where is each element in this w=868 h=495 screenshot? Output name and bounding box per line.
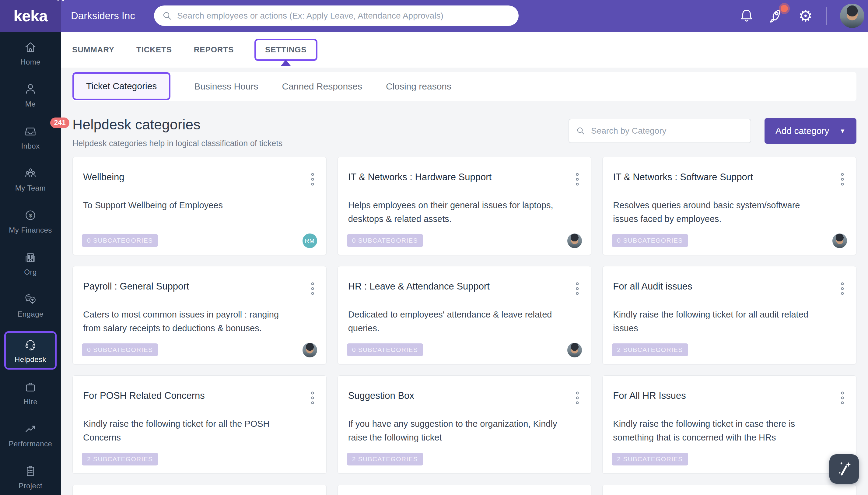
category-card-partial bbox=[72, 485, 327, 495]
kebab-menu-button[interactable] bbox=[309, 280, 316, 297]
notifications-bell-button[interactable] bbox=[739, 8, 754, 24]
sidebar-item-my-finances[interactable]: $ My Finances bbox=[9, 208, 52, 234]
clipboard-icon bbox=[23, 464, 37, 478]
category-description: To Support Wellbeing of Employees bbox=[83, 199, 293, 212]
kebab-menu-button[interactable] bbox=[309, 390, 316, 406]
sidebar-item-org[interactable]: Org bbox=[23, 250, 37, 276]
kebab-icon bbox=[310, 281, 315, 295]
sidebar-item-label: Me bbox=[25, 100, 36, 108]
sidebar-item-label: Inbox bbox=[21, 142, 39, 150]
sidebar-item-label: My Finances bbox=[9, 226, 52, 234]
sidebar-item-hire[interactable]: Hire bbox=[23, 380, 37, 406]
category-grid: Wellbeing To Support Wellbeing of Employ… bbox=[72, 157, 856, 495]
subtab-business-hours[interactable]: Business Hours bbox=[194, 81, 258, 92]
subcategories-chip: 2 SUBCATEGORIES bbox=[612, 453, 688, 465]
category-owner-avatar bbox=[302, 343, 317, 357]
category-search-input[interactable] bbox=[591, 126, 744, 136]
tab-summary[interactable]: SUMMARY bbox=[71, 42, 116, 57]
category-description: Caters to most common issues in payroll … bbox=[83, 308, 293, 335]
category-card-it-hardware[interactable]: IT & Networks : Hardware Support Helps e… bbox=[337, 157, 592, 255]
sidebar-item-label: Helpdesk bbox=[15, 355, 46, 364]
kebab-menu-button[interactable] bbox=[574, 390, 581, 406]
subcategories-chip: 0 SUBCATEGORIES bbox=[82, 234, 158, 247]
sidebar-item-inbox[interactable]: 241 Inbox bbox=[21, 124, 39, 150]
sidebar-item-helpdesk[interactable]: Helpdesk bbox=[4, 331, 57, 370]
gear-icon: ⚙ bbox=[798, 8, 813, 24]
subtab-closing-reasons[interactable]: Closing reasons bbox=[386, 81, 451, 92]
sidebar-item-project[interactable]: Project bbox=[19, 464, 42, 490]
kebab-icon bbox=[840, 172, 845, 186]
kebab-menu-button[interactable] bbox=[839, 280, 846, 297]
category-card-wellbeing[interactable]: Wellbeing To Support Wellbeing of Employ… bbox=[72, 157, 327, 255]
global-search[interactable] bbox=[154, 5, 519, 26]
subcategories-chip: 0 SUBCATEGORIES bbox=[82, 343, 158, 356]
bell-icon bbox=[739, 8, 754, 24]
page-heading-block: Helpdesk categories Helpdesk categories … bbox=[72, 116, 282, 148]
sidebar-item-label: My Team bbox=[15, 184, 46, 192]
briefcase-icon bbox=[23, 380, 37, 394]
category-title: Wellbeing bbox=[83, 172, 124, 183]
subtab-canned-responses[interactable]: Canned Responses bbox=[282, 81, 362, 92]
page-title: Helpdesk categories bbox=[72, 116, 282, 133]
category-card-audit[interactable]: For all Audit issues Kindly raise the fo… bbox=[602, 266, 856, 364]
keka-logo[interactable]: keka bbox=[0, 0, 61, 32]
sidebar-item-me[interactable]: Me bbox=[23, 82, 37, 108]
category-card-suggestion-box[interactable]: Suggestion Box If you have any suggestio… bbox=[337, 375, 592, 474]
rocket-notification-dot bbox=[781, 5, 788, 12]
subcategories-chip: 0 SUBCATEGORIES bbox=[347, 343, 423, 356]
sidebar-item-my-team[interactable]: My Team bbox=[15, 166, 46, 192]
search-icon bbox=[162, 11, 172, 21]
category-description: Helps employees on their general issues … bbox=[348, 199, 558, 226]
category-title: For all Audit issues bbox=[613, 281, 692, 292]
category-description: Kindly raise the following ticket in cas… bbox=[613, 417, 822, 444]
kebab-menu-button[interactable] bbox=[839, 390, 846, 406]
tab-reports[interactable]: REPORTS bbox=[193, 42, 235, 57]
magic-wand-icon bbox=[834, 459, 854, 479]
tab-tickets[interactable]: TICKETS bbox=[135, 42, 173, 57]
whats-new-rocket-button[interactable] bbox=[768, 7, 785, 24]
team-icon bbox=[23, 166, 37, 180]
company-name: Darksiders Inc bbox=[71, 0, 135, 32]
kebab-menu-button[interactable] bbox=[574, 280, 581, 297]
kebab-menu-button[interactable] bbox=[839, 171, 846, 188]
subtab-ticket-categories[interactable]: Ticket Categories bbox=[72, 72, 170, 100]
kebab-menu-button[interactable] bbox=[574, 171, 581, 188]
module-tab-bar: SUMMARY TICKETS REPORTS SETTINGS bbox=[61, 32, 868, 68]
category-title: Suggestion Box bbox=[348, 390, 414, 401]
category-card-it-software[interactable]: IT & Networks : Software Support Resolve… bbox=[602, 157, 856, 255]
svg-text:$: $ bbox=[29, 212, 32, 219]
tab-settings-annotation: SETTINGS bbox=[255, 39, 317, 61]
category-title: IT & Networks : Hardware Support bbox=[348, 172, 492, 183]
page-subtitle: Helpdesk categories help in logical clas… bbox=[72, 139, 282, 148]
magic-wand-fab[interactable] bbox=[829, 454, 859, 484]
category-description: If you have any suggestion to the organi… bbox=[348, 417, 558, 444]
kebab-icon bbox=[575, 281, 579, 295]
subcategories-chip: 0 SUBCATEGORIES bbox=[347, 234, 423, 247]
sidebar-item-label: Home bbox=[20, 58, 40, 66]
sidebar-item-engage[interactable]: Engage bbox=[17, 292, 44, 319]
kebab-icon bbox=[310, 172, 315, 186]
category-search[interactable] bbox=[569, 119, 751, 143]
engage-chat-icon bbox=[23, 292, 37, 306]
global-search-input[interactable] bbox=[177, 11, 511, 21]
sidebar-item-performance[interactable]: Performance bbox=[9, 422, 52, 448]
trending-up-icon bbox=[23, 422, 37, 436]
category-owner-avatar bbox=[832, 234, 847, 248]
kebab-menu-button[interactable] bbox=[309, 171, 316, 188]
sidebar-item-label: Hire bbox=[23, 397, 37, 406]
category-title: IT & Networks : Software Support bbox=[613, 172, 753, 183]
org-building-icon bbox=[23, 250, 37, 264]
settings-gear-button[interactable]: ⚙ bbox=[798, 8, 813, 24]
sidebar-item-label: Performance bbox=[9, 440, 52, 448]
kebab-icon bbox=[310, 391, 315, 405]
category-card-posh[interactable]: For POSH Related Concerns Kindly raise t… bbox=[72, 375, 327, 474]
user-avatar[interactable] bbox=[840, 4, 864, 28]
category-card-hr-leave[interactable]: HR : Leave & Attendance Support Dedicate… bbox=[337, 266, 592, 364]
home-icon bbox=[23, 40, 37, 54]
category-card-all-hr[interactable]: For All HR Issues Kindly raise the follo… bbox=[602, 375, 856, 474]
category-owner-avatar bbox=[567, 343, 582, 357]
tab-settings[interactable]: SETTINGS bbox=[265, 45, 307, 54]
add-category-button[interactable]: Add category ▼ bbox=[765, 118, 856, 144]
category-card-payroll[interactable]: Payroll : General Support Caters to most… bbox=[72, 266, 327, 364]
sidebar-item-home[interactable]: Home bbox=[20, 40, 40, 66]
